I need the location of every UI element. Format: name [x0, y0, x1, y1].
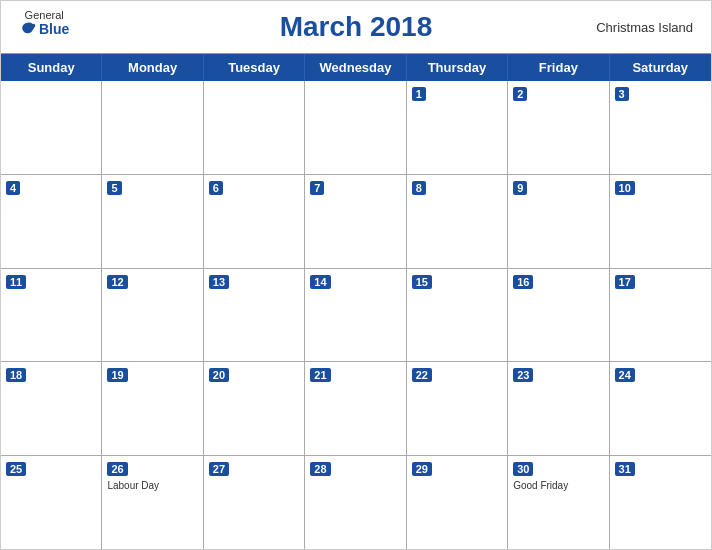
day-cell: 31 — [610, 456, 711, 549]
day-number: 26 — [107, 462, 127, 476]
logo: General Blue — [19, 9, 69, 37]
day-header-wednesday: Wednesday — [305, 54, 406, 81]
day-number: 16 — [513, 275, 533, 289]
day-header-tuesday: Tuesday — [204, 54, 305, 81]
day-number: 2 — [513, 87, 527, 101]
week-row-1: 123 — [1, 81, 711, 175]
day-number: 1 — [412, 87, 426, 101]
day-number: 17 — [615, 275, 635, 289]
calendar-container: General Blue March 2018 Christmas Island… — [0, 0, 712, 550]
day-number: 29 — [412, 462, 432, 476]
week-row-4: 18192021222324 — [1, 362, 711, 456]
day-number: 19 — [107, 368, 127, 382]
day-cell: 24 — [610, 362, 711, 455]
day-cell: 1 — [407, 81, 508, 174]
day-header-thursday: Thursday — [407, 54, 508, 81]
day-cell — [305, 81, 406, 174]
day-number: 4 — [6, 181, 20, 195]
day-header-saturday: Saturday — [610, 54, 711, 81]
day-number: 3 — [615, 87, 629, 101]
day-number: 25 — [6, 462, 26, 476]
day-cell: 15 — [407, 269, 508, 362]
day-number: 22 — [412, 368, 432, 382]
calendar-grid: Sunday Monday Tuesday Wednesday Thursday… — [1, 53, 711, 549]
day-cell: 27 — [204, 456, 305, 549]
holiday-text: Good Friday — [513, 480, 603, 491]
week-row-3: 11121314151617 — [1, 269, 711, 363]
logo-blue-text: Blue — [19, 21, 69, 37]
day-cell: 26Labour Day — [102, 456, 203, 549]
day-cell: 18 — [1, 362, 102, 455]
day-number: 13 — [209, 275, 229, 289]
day-cell — [102, 81, 203, 174]
day-cell: 2 — [508, 81, 609, 174]
day-cell: 3 — [610, 81, 711, 174]
day-cell: 6 — [204, 175, 305, 268]
day-number: 12 — [107, 275, 127, 289]
day-header-sunday: Sunday — [1, 54, 102, 81]
day-cell: 14 — [305, 269, 406, 362]
day-cell: 19 — [102, 362, 203, 455]
day-number: 11 — [6, 275, 26, 289]
logo-bird-icon — [19, 21, 37, 37]
day-cell: 4 — [1, 175, 102, 268]
day-number: 21 — [310, 368, 330, 382]
calendar-weeks: 1234567891011121314151617181920212223242… — [1, 81, 711, 549]
day-cell: 29 — [407, 456, 508, 549]
day-number: 24 — [615, 368, 635, 382]
holiday-text: Labour Day — [107, 480, 197, 491]
day-number: 20 — [209, 368, 229, 382]
day-cell: 25 — [1, 456, 102, 549]
region-label: Christmas Island — [596, 20, 693, 35]
day-cell: 28 — [305, 456, 406, 549]
day-cell: 22 — [407, 362, 508, 455]
day-number: 18 — [6, 368, 26, 382]
day-cell — [204, 81, 305, 174]
day-cell: 7 — [305, 175, 406, 268]
day-number: 23 — [513, 368, 533, 382]
day-number: 28 — [310, 462, 330, 476]
day-number: 7 — [310, 181, 324, 195]
day-cell: 13 — [204, 269, 305, 362]
day-cell — [1, 81, 102, 174]
day-number: 5 — [107, 181, 121, 195]
day-number: 31 — [615, 462, 635, 476]
day-cell: 30Good Friday — [508, 456, 609, 549]
day-header-monday: Monday — [102, 54, 203, 81]
day-cell: 5 — [102, 175, 203, 268]
calendar-header: General Blue March 2018 Christmas Island — [1, 1, 711, 53]
day-cell: 23 — [508, 362, 609, 455]
day-cell: 16 — [508, 269, 609, 362]
day-cell: 8 — [407, 175, 508, 268]
day-number: 10 — [615, 181, 635, 195]
day-cell: 21 — [305, 362, 406, 455]
day-number: 14 — [310, 275, 330, 289]
day-number: 27 — [209, 462, 229, 476]
week-row-2: 45678910 — [1, 175, 711, 269]
day-headers: Sunday Monday Tuesday Wednesday Thursday… — [1, 54, 711, 81]
day-cell: 20 — [204, 362, 305, 455]
day-number: 8 — [412, 181, 426, 195]
day-cell: 11 — [1, 269, 102, 362]
day-number: 9 — [513, 181, 527, 195]
day-cell: 17 — [610, 269, 711, 362]
calendar-title: March 2018 — [280, 11, 433, 43]
day-number: 6 — [209, 181, 223, 195]
day-number: 30 — [513, 462, 533, 476]
day-cell: 10 — [610, 175, 711, 268]
day-cell: 9 — [508, 175, 609, 268]
day-cell: 12 — [102, 269, 203, 362]
day-header-friday: Friday — [508, 54, 609, 81]
logo-general-text: General — [25, 9, 64, 21]
week-row-5: 2526Labour Day27282930Good Friday31 — [1, 456, 711, 549]
day-number: 15 — [412, 275, 432, 289]
